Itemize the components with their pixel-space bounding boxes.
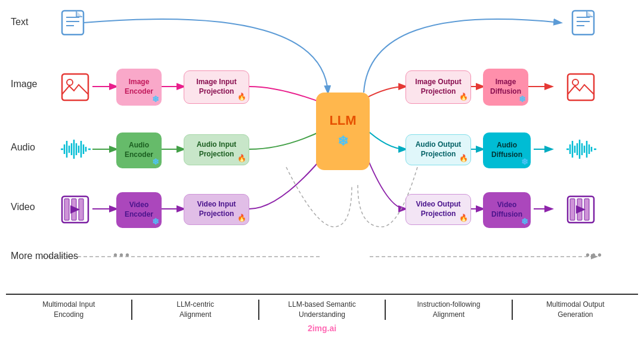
bottom-label-2: LLM-based SemanticUnderstanding bbox=[258, 300, 385, 320]
audio-diffusion-box: Audio Diffusion ❄ bbox=[483, 132, 531, 168]
text-output-icon bbox=[570, 10, 596, 36]
svg-rect-51 bbox=[64, 199, 69, 220]
video-encoder-box: Video Encoder ❄ bbox=[116, 192, 162, 228]
more-dots-right: ••• bbox=[586, 248, 603, 262]
video-label: Video bbox=[11, 202, 35, 212]
audio-encoder-box: Audio Encoder ❄ bbox=[116, 132, 162, 168]
bottom-bar: Multimodal InputEncoding LLM-centricAlig… bbox=[6, 294, 638, 320]
svg-rect-56 bbox=[570, 199, 575, 220]
text-input-icon bbox=[60, 10, 86, 36]
bottom-label-3: Instruction-followingAlignment bbox=[385, 300, 511, 320]
more-dots-left: ••• bbox=[113, 248, 131, 262]
video-output-icon bbox=[565, 194, 596, 225]
video-diffusion-box: Video Diffusion ❄ bbox=[483, 192, 531, 228]
image-output-proj-box: Image Output Projection 🔥 bbox=[405, 70, 471, 104]
bottom-label-4: Multimodal OutputGeneration bbox=[512, 300, 638, 320]
more-label: More modalities bbox=[11, 251, 78, 261]
video-output-proj-box: Video Output Projection 🔥 bbox=[405, 194, 471, 225]
audio-label: Audio bbox=[11, 142, 35, 153]
image-output-icon bbox=[565, 72, 596, 103]
audio-output-icon bbox=[565, 135, 596, 163]
audio-input-proj-box: Audio Input Projection 🔥 bbox=[184, 134, 249, 165]
bottom-label-0: Multimodal InputEncoding bbox=[6, 300, 131, 320]
bottom-section: Multimodal InputEncoding LLM-centricAlig… bbox=[6, 294, 638, 320]
video-input-icon bbox=[60, 194, 91, 225]
svg-rect-18 bbox=[572, 11, 594, 35]
image-input-proj-box: Image Input Projection 🔥 bbox=[184, 70, 249, 104]
image-encoder-box: Image Encoder ❄ bbox=[116, 69, 162, 106]
image-input-icon bbox=[60, 72, 91, 103]
llm-box: LLM ❄ bbox=[316, 93, 370, 170]
bottom-label-1: LLM-centricAlignment bbox=[131, 300, 258, 320]
svg-rect-22 bbox=[62, 74, 88, 100]
svg-rect-24 bbox=[568, 74, 594, 100]
text-label: Text bbox=[11, 17, 28, 27]
watermark: 2img.ai bbox=[308, 323, 336, 333]
svg-rect-14 bbox=[62, 11, 83, 35]
audio-output-proj-box: Audio Output Projection 🔥 bbox=[405, 134, 471, 165]
video-input-proj-box: Video Input Projection 🔥 bbox=[184, 194, 249, 225]
image-label: Image bbox=[11, 79, 37, 90]
diagram: Text Image Audio Video More modalities bbox=[0, 0, 644, 339]
audio-input-icon bbox=[60, 135, 91, 163]
image-diffusion-box: Image Diffusion ❄ bbox=[483, 69, 528, 106]
